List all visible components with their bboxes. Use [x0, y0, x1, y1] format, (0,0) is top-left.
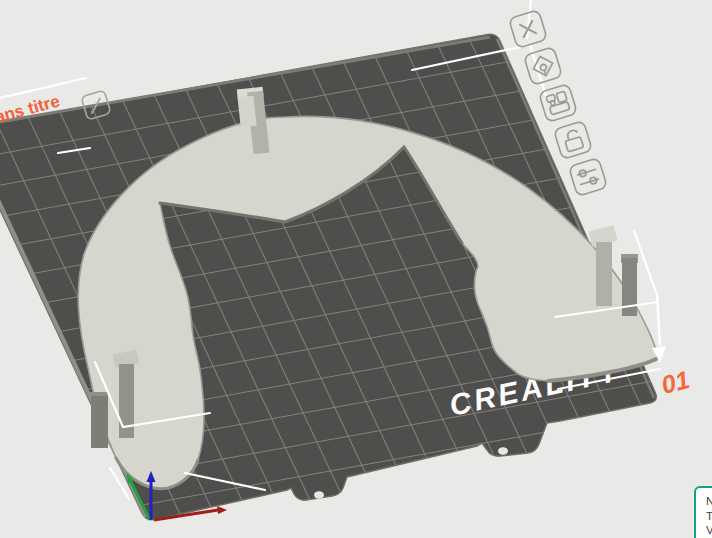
- 3d-scene: CREALITY: [0, 0, 712, 538]
- lock-plate-button[interactable]: [554, 121, 593, 160]
- plate-settings-button[interactable]: [569, 158, 608, 197]
- orient-plate-button[interactable]: [524, 47, 563, 86]
- model-post-left-b[interactable]: [90, 392, 108, 448]
- delete-plate-button[interactable]: [509, 10, 548, 49]
- slicer-viewport: CREALITY: [0, 0, 712, 538]
- plate-tab-hole: [498, 447, 508, 455]
- tooltip-line-size: Taille: [706, 509, 712, 524]
- plate-tab-hole: [314, 491, 324, 499]
- unlock-icon: [563, 129, 584, 152]
- plate-info-tooltip: Nom Taille Volume: [694, 486, 712, 538]
- sliders-icon: [576, 166, 600, 188]
- arrange-icon: [546, 91, 570, 115]
- tooltip-line-volume: Volume: [706, 523, 712, 538]
- tooltip-line-name: Nom: [706, 494, 712, 509]
- plate-number-label: 01: [658, 365, 692, 399]
